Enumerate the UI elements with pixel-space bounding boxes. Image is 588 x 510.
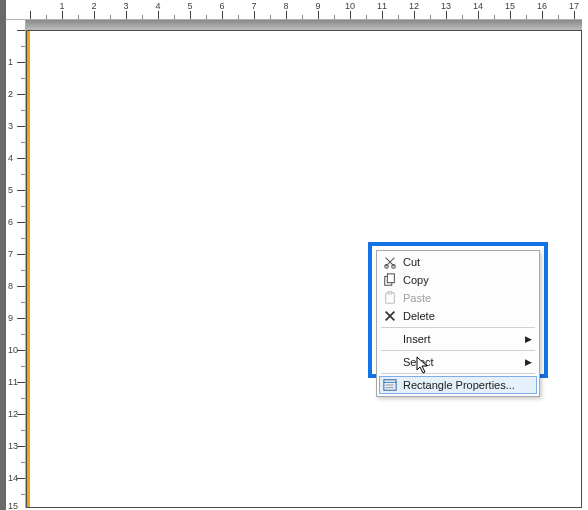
v-ruler-tick: [17, 254, 25, 255]
h-ruler-num: 13: [441, 1, 451, 11]
vertical-ruler[interactable]: 1 2 3 4 5 6 7 8 9 10 11 12 13 14 15: [6, 20, 26, 508]
menu-item-label: Select: [399, 356, 523, 368]
v-ruler-tick: [17, 94, 25, 95]
v-ruler-tick: [21, 366, 25, 367]
h-ruler-tick: [494, 15, 495, 19]
h-ruler-tick: [430, 15, 431, 19]
v-ruler-tick: [21, 398, 25, 399]
v-ruler-tick: [17, 478, 25, 479]
v-ruler-tick: [21, 174, 25, 175]
v-ruler-tick: [17, 158, 25, 159]
menu-item-delete[interactable]: Delete: [379, 307, 537, 325]
h-ruler-num: 6: [219, 1, 224, 11]
h-ruler-tick: [462, 15, 463, 19]
h-ruler-tick: [446, 11, 447, 19]
v-ruler-num: 8: [8, 281, 13, 291]
h-ruler-tick: [190, 11, 191, 19]
v-ruler-tick: [21, 110, 25, 111]
menu-item-label: Insert: [399, 333, 523, 345]
menu-item-label: Cut: [399, 256, 533, 268]
menu-item-label: Copy: [399, 274, 533, 286]
h-ruler-tick: [558, 15, 559, 19]
v-ruler-tick: [21, 302, 25, 303]
h-ruler-tick: [574, 11, 575, 19]
svg-rect-5: [388, 291, 392, 294]
v-ruler-tick: [17, 350, 25, 351]
h-ruler-tick: [318, 11, 319, 19]
h-ruler-tick: [238, 15, 239, 19]
h-ruler-tick: [206, 15, 207, 19]
h-ruler-tick: [94, 11, 95, 19]
h-ruler-num: 1: [59, 1, 64, 11]
v-ruler-num: 7: [8, 249, 13, 259]
h-ruler-tick: [398, 15, 399, 19]
h-ruler-tick: [382, 11, 383, 19]
menu-item-label: Paste: [399, 292, 533, 304]
h-ruler-tick: [158, 11, 159, 19]
v-ruler-tick: [17, 190, 25, 191]
menu-item-label: Rectangle Properties...: [399, 379, 533, 391]
v-ruler-num: 3: [8, 121, 13, 131]
v-ruler-tick: [17, 62, 25, 63]
v-ruler-tick: [21, 494, 25, 495]
v-ruler-tick: [21, 206, 25, 207]
h-ruler-tick: [302, 15, 303, 19]
v-ruler-tick: [21, 142, 25, 143]
paste-icon: [381, 290, 399, 306]
v-ruler-num: 5: [8, 185, 13, 195]
horizontal-ruler[interactable]: 1 2 3 4 5 6 7 8 9 10 11 12 13 14 15 16 1…: [20, 0, 582, 20]
v-ruler-tick: [17, 414, 25, 415]
v-ruler-num: 6: [8, 217, 13, 227]
svg-point-1: [392, 265, 396, 269]
h-ruler-num: 3: [123, 1, 128, 11]
menu-item-select[interactable]: Select ▶: [379, 353, 537, 371]
h-ruler-tick: [46, 15, 47, 19]
h-ruler-tick: [478, 11, 479, 19]
h-ruler-tick: [510, 11, 511, 19]
cut-icon: [381, 254, 399, 270]
svg-rect-3: [387, 274, 394, 283]
menu-item-cut[interactable]: Cut: [379, 253, 537, 271]
v-ruler-tick: [21, 78, 25, 79]
h-ruler-tick: [222, 11, 223, 19]
h-ruler-num: 5: [187, 1, 192, 11]
v-ruler-tick: [17, 382, 25, 383]
h-ruler-num: 9: [315, 1, 320, 11]
menu-item-copy[interactable]: Copy: [379, 271, 537, 289]
h-ruler-num: 16: [537, 1, 547, 11]
context-menu: Cut Copy Paste Delete Insert ▶: [376, 250, 540, 397]
h-ruler-num: 11: [377, 1, 387, 11]
h-ruler-tick: [62, 11, 63, 19]
v-ruler-num: 4: [8, 153, 13, 163]
v-ruler-tick: [21, 334, 25, 335]
menu-item-label: Delete: [399, 310, 533, 322]
copy-icon: [381, 272, 399, 288]
h-ruler-tick: [414, 11, 415, 19]
h-ruler-num: 12: [409, 1, 419, 11]
menu-item-rectangle-properties[interactable]: Rectangle Properties...: [379, 376, 537, 394]
menu-item-insert[interactable]: Insert ▶: [379, 330, 537, 348]
h-ruler-num: 4: [155, 1, 160, 11]
h-ruler-num: 15: [505, 1, 515, 11]
document-editor: 1 2 3 4 5 6 7 8 9 10 11 12 13 14 15 16 1…: [0, 0, 588, 510]
h-ruler-tick: [286, 11, 287, 19]
v-ruler-tick: [21, 430, 25, 431]
h-ruler-num: 7: [251, 1, 256, 11]
submenu-arrow-icon: ▶: [523, 357, 533, 367]
v-ruler-tick: [17, 126, 25, 127]
h-ruler-tick: [78, 15, 79, 19]
v-ruler-num: 1: [8, 57, 13, 67]
blank-icon: [381, 331, 399, 347]
h-ruler-tick: [350, 11, 351, 19]
menu-separator: [381, 373, 535, 374]
delete-icon: [381, 308, 399, 324]
menu-separator: [381, 327, 535, 328]
submenu-arrow-icon: ▶: [523, 334, 533, 344]
v-ruler-tick: [17, 286, 25, 287]
h-ruler-num: 17: [569, 1, 579, 11]
h-ruler-tick: [526, 15, 527, 19]
h-ruler-num: 10: [345, 1, 355, 11]
v-ruler-tick: [21, 270, 25, 271]
v-ruler-tick: [17, 446, 25, 447]
v-ruler-num: 15: [8, 501, 18, 510]
